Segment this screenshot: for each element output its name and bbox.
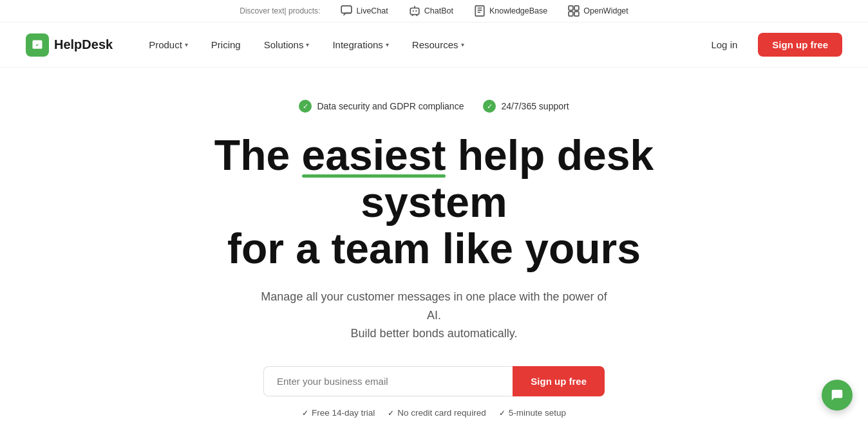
nav-resources[interactable]: Resources ▾ [402,34,475,55]
svg-point-3 [415,10,417,12]
note-setup-label: 5-minute setup [509,408,566,418]
check-circle-icon: ✓ [299,100,312,113]
hero-subtitle: Manage all your customer messages in one… [260,288,608,343]
svg-point-2 [412,10,413,12]
svg-rect-5 [569,6,573,10]
chevron-down-icon: ▾ [306,41,309,48]
note-setup: ✓ 5-minute setup [499,408,566,418]
badge-support-label: 24/7/365 support [501,101,569,111]
topbar-openwidget-label: OpenWidget [583,6,628,15]
topbar-chatbot[interactable]: ChatBot [409,5,453,17]
hero-title-highlight: easiest [302,132,446,179]
email-form: Sign up free [263,366,605,396]
svg-rect-6 [574,6,579,10]
topbar-chatbot-label: ChatBot [424,6,453,15]
note-trial: ✓ Free 14-day trial [302,408,375,418]
badge-support: ✓ 24/7/365 support [483,100,569,113]
hero-badges: ✓ Data security and GDPR compliance ✓ 24… [299,100,569,113]
nav-pricing-label: Pricing [211,39,241,50]
chevron-down-icon: ▾ [386,41,389,48]
check-icon-1: ✓ [302,409,308,418]
svg-rect-4 [475,6,484,16]
logo-text: HelpDesk [54,37,113,52]
book-icon [474,5,486,17]
hero-subtitle-line2: Build better bonds automatically. [351,327,518,340]
topbar-livechat[interactable]: LiveChat [341,5,388,17]
nav-solutions[interactable]: Solutions ▾ [254,34,320,55]
badge-security-label: Data security and GDPR compliance [317,101,464,111]
topbar-knowledgebase[interactable]: KnowledgeBase [474,5,547,17]
topbar-openwidget[interactable]: OpenWidget [568,5,628,17]
nav-integrations-label: Integrations [332,39,382,50]
hero-title-start: The [214,131,302,179]
email-input[interactable] [263,366,513,396]
check-circle-icon-2: ✓ [483,100,496,113]
svg-rect-8 [574,12,579,16]
nav-product-label: Product [149,39,182,50]
nav-resources-label: Resources [412,39,458,50]
top-bar: Discover text| products: LiveChat ChatBo… [0,0,868,23]
hero-section: ✓ Data security and GDPR compliance ✓ 24… [0,68,868,426]
topbar-livechat-label: LiveChat [356,6,388,15]
nav-pricing[interactable]: Pricing [201,34,251,55]
chevron-down-icon: ▾ [461,41,464,48]
bot-icon [409,5,420,17]
hero-title: The easiest help desk systemfor a team l… [157,132,711,272]
widget-icon [568,5,580,17]
check-icon-3: ✓ [499,409,505,418]
svg-rect-0 [342,6,352,13]
nav-links: Product ▾ Pricing Solutions ▾ Integratio… [138,34,701,55]
logo-icon [26,33,49,57]
chat-widget-button[interactable] [822,380,853,411]
nav-product[interactable]: Product ▾ [138,34,198,55]
chevron-down-icon: ▾ [185,41,188,48]
form-signup-button[interactable]: Sign up free [513,366,605,396]
login-button[interactable]: Log in [701,34,748,55]
logo[interactable]: HelpDesk [26,33,113,57]
form-notes: ✓ Free 14-day trial ✓ No credit card req… [302,408,566,418]
nav-solutions-label: Solutions [264,39,304,50]
note-no-card-label: No credit card required [397,408,486,418]
topbar-knowledgebase-label: KnowledgeBase [489,6,547,15]
navbar: HelpDesk Product ▾ Pricing Solutions ▾ I… [0,23,868,68]
nav-actions: Log in Sign up free [701,33,842,57]
hero-subtitle-line1: Manage all your customer messages in one… [261,290,607,322]
nav-signup-button[interactable]: Sign up free [758,33,842,57]
note-no-card: ✓ No credit card required [388,408,486,418]
nav-integrations[interactable]: Integrations ▾ [322,34,399,55]
chat-icon [341,5,352,17]
discover-label: Discover text| products: [240,6,320,15]
svg-rect-7 [569,12,573,16]
check-icon-2: ✓ [388,409,394,418]
note-trial-label: Free 14-day trial [312,408,375,418]
svg-rect-1 [410,8,419,15]
badge-security: ✓ Data security and GDPR compliance [299,100,464,113]
